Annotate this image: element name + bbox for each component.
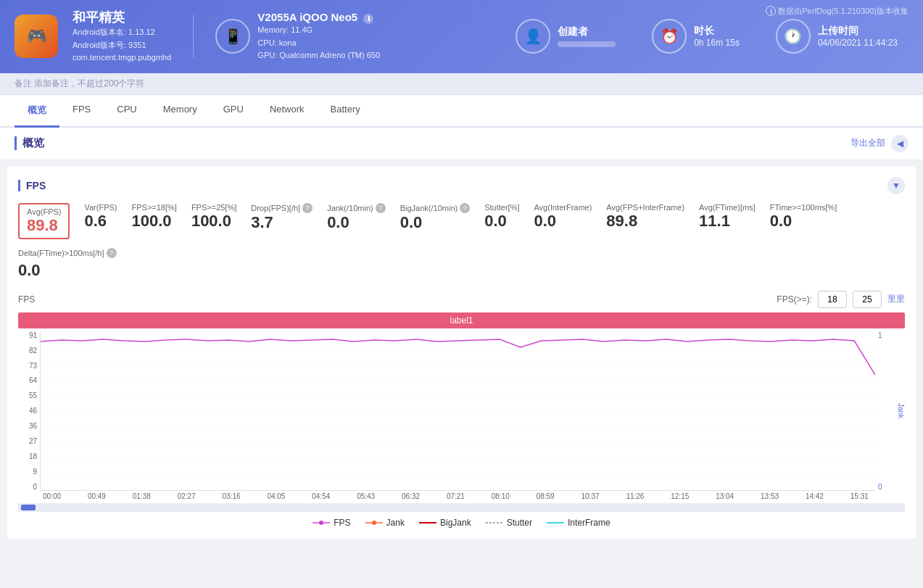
stat-fps-interframe: Avg(FPS+InterFrame) 89.8 [606, 203, 684, 239]
legend-jank: Jank [365, 518, 405, 528]
device-cpu: CPU: kona [257, 37, 380, 50]
stat-var-fps-label: Var(FPS) [84, 203, 117, 212]
creator-user-bar [558, 41, 616, 47]
stat-ftime: Avg(FTime)[ms] 11.1 [699, 203, 756, 239]
legend-bigjank: BigJank [419, 518, 471, 528]
bigjank-help-icon[interactable]: ? [460, 203, 470, 213]
stat-ftime100: FTime>=100ms[%] 0.0 [770, 203, 837, 239]
section-header: 概览 导出全部 ◀ [0, 128, 923, 160]
section-title: 概览 [15, 136, 44, 150]
fps-section: FPS ▼ Avg(FPS) 89.8 Var(FPS) 0.6 FPS>=18… [7, 166, 916, 539]
jank-label: Jank [897, 403, 905, 418]
delta-label: Delta(FTime)>100ms[/h] ? [18, 248, 905, 258]
stat-avg-fps-label: Avg(FPS) [27, 207, 61, 216]
legend-stutter-label: Stutter [507, 518, 532, 528]
stat-jank: Jank(/10min) ? 0.0 [327, 203, 386, 239]
stat-stutter: Stutter[%] 0.0 [484, 203, 519, 239]
stat-bigjank-value: 0.0 [400, 213, 470, 232]
delta-section: Delta(FTime)>100ms[/h] ? 0.0 [18, 248, 905, 280]
legend-jank-label: Jank [386, 518, 405, 528]
note-bar[interactable]: 备注 添加备注，不超过200个字符 [0, 73, 923, 95]
jank-help-icon[interactable]: ? [376, 203, 386, 213]
label1-badge: label1 [18, 312, 905, 328]
app-info: 和平精英 Android版本名: 1.13.12 Android版本号: 935… [73, 9, 171, 65]
legend-bigjank-label: BigJank [440, 518, 471, 528]
app-name: 和平精英 [73, 9, 171, 26]
fps-threshold2-input[interactable] [853, 291, 882, 308]
fps-threshold1-input[interactable] [818, 291, 847, 308]
stat-fps18-value: 100.0 [132, 212, 177, 231]
tab-fps[interactable]: FPS [59, 95, 104, 128]
duration-section: ⏰ 时长 0h 16m 15s [641, 19, 750, 54]
app-package: com.tencent.tmgp.pubgmhd [73, 51, 171, 65]
tab-cpu[interactable]: CPU [104, 95, 149, 128]
chart-scrollbar[interactable] [18, 503, 905, 512]
stat-jank-label: Jank(/10min) ? [327, 203, 386, 213]
tab-network[interactable]: Network [257, 95, 318, 128]
stat-drop-fps-value: 3.7 [251, 213, 313, 232]
fps-section-title: FPS [18, 180, 46, 191]
collapse-section-arrow[interactable]: ◀ [891, 135, 908, 152]
legend-fps: FPS [313, 518, 350, 528]
note-placeholder: 备注 添加备注，不超过200个字符 [15, 78, 144, 88]
stat-fps25: FPS>=25[%] 100.0 [191, 203, 236, 239]
fps-chart-axis-label: FPS [18, 294, 35, 305]
scrollbar-thumb[interactable] [21, 505, 36, 510]
tab-gpu[interactable]: GPU [210, 95, 257, 128]
stat-drop-fps: Drop(FPS)[/h] ? 3.7 [251, 203, 313, 239]
device-memory: Memory: 11.4G [257, 24, 380, 37]
stat-ftime-value: 11.1 [699, 212, 756, 231]
tab-battery[interactable]: Battery [318, 95, 373, 128]
tab-overview[interactable]: 概览 [15, 95, 59, 128]
stat-avg-fps-value: 89.8 [27, 216, 61, 235]
creator-section: 👤 创建者 [505, 19, 626, 54]
tab-bar: 概览 FPS CPU Memory GPU Network Battery [0, 95, 923, 128]
tab-memory[interactable]: Memory [150, 95, 210, 128]
delta-help-icon[interactable]: ? [107, 248, 117, 258]
upload-section: 🕐 上传时间 04/06/2021 11:44:23 [765, 19, 908, 54]
watermark: ℹ数据由PerfDog(5.1.210300)版本收集 [766, 6, 908, 17]
stat-ftime100-value: 0.0 [770, 212, 837, 231]
jank-y-axis: 1 0 [875, 331, 897, 491]
legend-interframe: InterFrame [547, 518, 610, 528]
export-button[interactable]: 导出全部 [850, 137, 885, 149]
device-gpu: GPU: Qualcomm Adreno (TM) 650 [257, 49, 380, 62]
stat-fps-interframe-value: 89.8 [606, 212, 684, 231]
device-name: V2055A iQOO Neo5 ℹ [257, 11, 380, 24]
duration-label: 时长 [694, 25, 740, 38]
chart-link[interactable]: 里里 [887, 293, 905, 305]
duration-icon-circle: ⏰ [652, 19, 687, 54]
device-section: 📱 V2055A iQOO Neo5 ℹ Memory: 11.4G CPU: … [215, 11, 490, 62]
stat-var-fps-value: 0.6 [84, 212, 117, 231]
main-content: FPS ▼ Avg(FPS) 89.8 Var(FPS) 0.6 FPS>=18… [0, 166, 923, 539]
app-meta1: Android版本名: 1.13.12 [73, 26, 171, 39]
stat-fps18-label: FPS>=18[%] [132, 203, 177, 212]
upload-icon-circle: 🕐 [776, 19, 811, 54]
drop-fps-help-icon[interactable]: ? [302, 203, 313, 213]
fps-polyline [41, 339, 875, 375]
stat-fps-interframe-label: Avg(FPS+InterFrame) [606, 203, 684, 212]
y-axis: 91 82 73 64 55 46 36 27 18 9 0 [18, 331, 40, 491]
legend-fps-label: FPS [334, 518, 350, 528]
stat-fps18: FPS>=18[%] 100.0 [132, 203, 177, 239]
stat-interframe: Avg(InterFrame) 0.0 [534, 203, 592, 239]
fps-chart-svg [41, 331, 875, 491]
stat-var-fps: Var(FPS) 0.6 [84, 203, 117, 239]
stat-stutter-label: Stutter[%] [484, 203, 519, 212]
fps-ge-label: FPS(>=): [777, 294, 812, 305]
fps-controls: FPS(>=): 里里 [777, 291, 905, 308]
stat-stutter-value: 0.0 [484, 212, 519, 231]
device-info-help-icon[interactable]: ℹ [363, 14, 373, 24]
creator-label: 创建者 [558, 25, 616, 38]
fps-stats-row: Avg(FPS) 89.8 Var(FPS) 0.6 FPS>=18[%] 10… [18, 203, 905, 239]
legend-stutter: Stutter [486, 518, 532, 528]
upload-label: 上传时间 [818, 25, 898, 38]
delta-value: 0.0 [18, 261, 905, 280]
fps-collapse-arrow[interactable]: ▼ [887, 177, 905, 194]
stat-ftime-label: Avg(FTime)[ms] [699, 203, 756, 212]
chart-legend: FPS Jank BigJank Stutter InterFrame [18, 518, 905, 528]
x-axis: 00:00 00:49 01:38 02:27 03:16 04:05 04:5… [18, 492, 905, 500]
duration-value: 0h 16m 15s [694, 38, 740, 48]
stat-ftime100-label: FTime>=100ms[%] [770, 203, 837, 212]
stat-avg-fps: Avg(FPS) 89.8 [18, 203, 70, 239]
